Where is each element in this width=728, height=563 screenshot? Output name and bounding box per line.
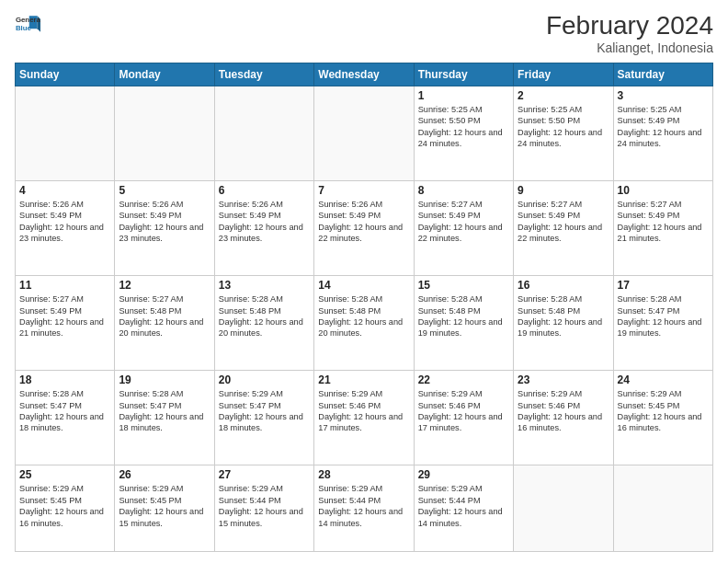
- calendar-subtitle: Kalianget, Indonesia: [546, 40, 713, 55]
- table-row: 13Sunrise: 5:28 AMSunset: 5:48 PMDayligh…: [214, 276, 313, 371]
- day-number: 5: [119, 184, 210, 197]
- day-info: Sunrise: 5:27 AMSunset: 5:48 PMDaylight:…: [119, 293, 210, 339]
- day-number: 11: [19, 279, 110, 292]
- day-number: 4: [19, 184, 110, 197]
- day-number: 22: [418, 373, 509, 386]
- table-row: [514, 465, 613, 552]
- table-row: 27Sunrise: 5:29 AMSunset: 5:44 PMDayligh…: [214, 465, 313, 552]
- day-info: Sunrise: 5:29 AMSunset: 5:45 PMDaylight:…: [19, 483, 110, 529]
- day-info: Sunrise: 5:29 AMSunset: 5:46 PMDaylight:…: [518, 388, 609, 434]
- day-info: Sunrise: 5:27 AMSunset: 5:49 PMDaylight:…: [518, 199, 609, 245]
- col-header-saturday: Saturday: [613, 63, 712, 86]
- day-info: Sunrise: 5:28 AMSunset: 5:48 PMDaylight:…: [318, 293, 409, 339]
- day-info: Sunrise: 5:26 AMSunset: 5:49 PMDaylight:…: [219, 199, 310, 245]
- table-row: 6Sunrise: 5:26 AMSunset: 5:49 PMDaylight…: [214, 181, 313, 276]
- table-row: 10Sunrise: 5:27 AMSunset: 5:49 PMDayligh…: [613, 181, 712, 276]
- col-header-wednesday: Wednesday: [314, 63, 414, 86]
- table-row: [613, 465, 712, 552]
- logo: General Blue: [15, 11, 40, 37]
- table-row: 21Sunrise: 5:29 AMSunset: 5:46 PMDayligh…: [314, 371, 414, 465]
- day-number: 12: [119, 279, 210, 292]
- calendar-week-row: 11Sunrise: 5:27 AMSunset: 5:49 PMDayligh…: [16, 276, 713, 371]
- day-info: Sunrise: 5:28 AMSunset: 5:47 PMDaylight:…: [19, 388, 110, 434]
- table-row: 16Sunrise: 5:28 AMSunset: 5:48 PMDayligh…: [514, 276, 613, 371]
- day-number: 23: [518, 373, 609, 386]
- calendar-table: Sunday Monday Tuesday Wednesday Thursday…: [15, 63, 713, 552]
- day-number: 1: [418, 89, 509, 102]
- day-info: Sunrise: 5:28 AMSunset: 5:47 PMDaylight:…: [618, 293, 709, 339]
- calendar-header-row: Sunday Monday Tuesday Wednesday Thursday…: [16, 63, 713, 86]
- day-number: 25: [19, 468, 110, 481]
- svg-text:Blue: Blue: [16, 24, 32, 32]
- table-row: 3Sunrise: 5:25 AMSunset: 5:49 PMDaylight…: [613, 86, 712, 181]
- calendar-week-row: 25Sunrise: 5:29 AMSunset: 5:45 PMDayligh…: [16, 465, 713, 552]
- day-info: Sunrise: 5:28 AMSunset: 5:48 PMDaylight:…: [219, 293, 310, 339]
- day-number: 17: [618, 279, 709, 292]
- table-row: [16, 86, 115, 181]
- day-info: Sunrise: 5:25 AMSunset: 5:50 PMDaylight:…: [418, 104, 509, 150]
- table-row: 7Sunrise: 5:26 AMSunset: 5:49 PMDaylight…: [314, 181, 414, 276]
- day-number: 27: [219, 468, 310, 481]
- table-row: 11Sunrise: 5:27 AMSunset: 5:49 PMDayligh…: [16, 276, 115, 371]
- day-info: Sunrise: 5:25 AMSunset: 5:49 PMDaylight:…: [618, 104, 709, 150]
- day-number: 15: [418, 279, 509, 292]
- table-row: 14Sunrise: 5:28 AMSunset: 5:48 PMDayligh…: [314, 276, 414, 371]
- table-row: 24Sunrise: 5:29 AMSunset: 5:45 PMDayligh…: [613, 371, 712, 465]
- day-info: Sunrise: 5:29 AMSunset: 5:44 PMDaylight:…: [418, 483, 509, 529]
- table-row: 23Sunrise: 5:29 AMSunset: 5:46 PMDayligh…: [514, 371, 613, 465]
- table-row: 20Sunrise: 5:29 AMSunset: 5:47 PMDayligh…: [214, 371, 313, 465]
- table-row: 22Sunrise: 5:29 AMSunset: 5:46 PMDayligh…: [414, 371, 513, 465]
- day-info: Sunrise: 5:25 AMSunset: 5:50 PMDaylight:…: [518, 104, 609, 150]
- day-info: Sunrise: 5:26 AMSunset: 5:49 PMDaylight:…: [19, 199, 110, 245]
- table-row: 25Sunrise: 5:29 AMSunset: 5:45 PMDayligh…: [16, 465, 115, 552]
- day-info: Sunrise: 5:27 AMSunset: 5:49 PMDaylight:…: [418, 199, 509, 245]
- table-row: 2Sunrise: 5:25 AMSunset: 5:50 PMDaylight…: [514, 86, 613, 181]
- calendar-title: February 2024: [546, 11, 713, 40]
- day-number: 20: [219, 373, 310, 386]
- day-info: Sunrise: 5:29 AMSunset: 5:46 PMDaylight:…: [418, 388, 509, 434]
- day-info: Sunrise: 5:27 AMSunset: 5:49 PMDaylight:…: [618, 199, 709, 245]
- day-info: Sunrise: 5:29 AMSunset: 5:45 PMDaylight:…: [618, 388, 709, 434]
- table-row: 29Sunrise: 5:29 AMSunset: 5:44 PMDayligh…: [414, 465, 513, 552]
- day-number: 13: [219, 279, 310, 292]
- calendar-week-row: 18Sunrise: 5:28 AMSunset: 5:47 PMDayligh…: [16, 371, 713, 465]
- day-info: Sunrise: 5:29 AMSunset: 5:45 PMDaylight:…: [119, 483, 210, 529]
- table-row: [115, 86, 214, 181]
- table-row: 8Sunrise: 5:27 AMSunset: 5:49 PMDaylight…: [414, 181, 513, 276]
- col-header-sunday: Sunday: [16, 63, 115, 86]
- day-info: Sunrise: 5:28 AMSunset: 5:48 PMDaylight:…: [518, 293, 609, 339]
- day-number: 14: [318, 279, 409, 292]
- table-row: 28Sunrise: 5:29 AMSunset: 5:44 PMDayligh…: [314, 465, 414, 552]
- day-info: Sunrise: 5:26 AMSunset: 5:49 PMDaylight:…: [318, 199, 409, 245]
- day-number: 21: [318, 373, 409, 386]
- title-block: February 2024 Kalianget, Indonesia: [546, 11, 713, 55]
- table-row: [314, 86, 414, 181]
- table-row: 4Sunrise: 5:26 AMSunset: 5:49 PMDaylight…: [16, 181, 115, 276]
- day-info: Sunrise: 5:26 AMSunset: 5:49 PMDaylight:…: [119, 199, 210, 245]
- day-number: 8: [418, 184, 509, 197]
- day-number: 19: [119, 373, 210, 386]
- day-number: 7: [318, 184, 409, 197]
- col-header-thursday: Thursday: [414, 63, 513, 86]
- table-row: 15Sunrise: 5:28 AMSunset: 5:48 PMDayligh…: [414, 276, 513, 371]
- table-row: 26Sunrise: 5:29 AMSunset: 5:45 PMDayligh…: [115, 465, 214, 552]
- svg-text:General: General: [16, 16, 40, 24]
- day-number: 9: [518, 184, 609, 197]
- day-number: 28: [318, 468, 409, 481]
- table-row: 17Sunrise: 5:28 AMSunset: 5:47 PMDayligh…: [613, 276, 712, 371]
- logo-icon: General Blue: [15, 11, 40, 37]
- day-info: Sunrise: 5:29 AMSunset: 5:44 PMDaylight:…: [219, 483, 310, 529]
- table-row: 18Sunrise: 5:28 AMSunset: 5:47 PMDayligh…: [16, 371, 115, 465]
- calendar-week-row: 1Sunrise: 5:25 AMSunset: 5:50 PMDaylight…: [16, 86, 713, 181]
- calendar-week-row: 4Sunrise: 5:26 AMSunset: 5:49 PMDaylight…: [16, 181, 713, 276]
- day-info: Sunrise: 5:29 AMSunset: 5:46 PMDaylight:…: [318, 388, 409, 434]
- table-row: 1Sunrise: 5:25 AMSunset: 5:50 PMDaylight…: [414, 86, 513, 181]
- col-header-tuesday: Tuesday: [214, 63, 313, 86]
- day-info: Sunrise: 5:27 AMSunset: 5:49 PMDaylight:…: [19, 293, 110, 339]
- table-row: 5Sunrise: 5:26 AMSunset: 5:49 PMDaylight…: [115, 181, 214, 276]
- table-row: 19Sunrise: 5:28 AMSunset: 5:47 PMDayligh…: [115, 371, 214, 465]
- header: General Blue February 2024 Kalianget, In…: [15, 11, 713, 55]
- table-row: [214, 86, 313, 181]
- day-number: 18: [19, 373, 110, 386]
- day-number: 2: [518, 89, 609, 102]
